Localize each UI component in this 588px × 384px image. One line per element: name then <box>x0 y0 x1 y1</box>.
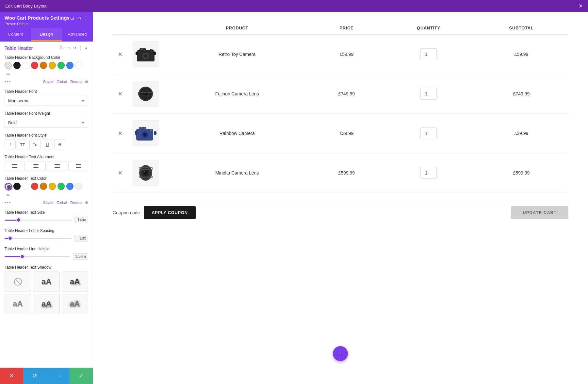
color-swatch-text-green[interactable] <box>57 183 65 190</box>
color-swatch-text-active[interactable] <box>5 183 12 190</box>
shadow-style-2[interactable]: aA <box>62 272 88 292</box>
sidebar-icon-more[interactable]: ⋮ <box>84 15 88 21</box>
subtotal-4: £599.99 <box>474 153 568 193</box>
remove-item-2[interactable]: ✕ <box>118 91 122 97</box>
style-btn-underline[interactable]: U <box>42 140 53 149</box>
quantity-input-4[interactable] <box>420 167 437 179</box>
section-icon-arrow[interactable]: ↖ <box>68 46 71 50</box>
close-icon[interactable]: ✕ <box>579 3 583 9</box>
shadow-style-3[interactable]: aA <box>5 294 31 314</box>
svg-rect-6 <box>153 52 156 55</box>
tab-advanced[interactable]: Advanced <box>62 28 93 41</box>
table-row: ✕ <box>113 74 568 114</box>
color-pen-text-icon[interactable]: ✏ <box>5 192 12 199</box>
svg-line-3 <box>15 279 21 285</box>
section-icon-reset[interactable]: ↺ <box>73 46 76 50</box>
col-quantity: QUANTITY <box>383 22 474 35</box>
letter-spacing-slider[interactable] <box>5 238 72 239</box>
remove-item-1[interactable]: ✕ <box>118 52 122 57</box>
sidebar-tabs: Content Design Advanced <box>0 28 93 42</box>
color-swatch-text-red[interactable] <box>31 183 38 190</box>
svg-rect-22 <box>154 131 156 135</box>
tab-design[interactable]: Design <box>31 28 62 41</box>
align-btn-right[interactable] <box>47 161 67 171</box>
sidebar-preset[interactable]: Preset: Default <box>5 22 88 26</box>
color-swatch-text-light[interactable] <box>75 183 82 190</box>
color-settings-icon[interactable]: ⚙ <box>85 80 88 84</box>
text-size-value: 14px <box>74 217 88 223</box>
color-pen-icon[interactable]: ✏ <box>5 71 12 78</box>
color-recent[interactable]: Recent <box>70 80 82 84</box>
color-saved-text[interactable]: Saved <box>43 201 53 205</box>
shadow-style-1[interactable]: aA <box>33 272 59 292</box>
remove-item-4[interactable]: ✕ <box>118 170 122 176</box>
color-swatch-black[interactable] <box>13 62 21 69</box>
style-btn-strikethrough[interactable]: S <box>54 140 65 149</box>
font-select[interactable]: Montserrat <box>5 96 88 106</box>
confirm-button[interactable]: ✓ <box>70 368 93 384</box>
floating-action-button[interactable]: ··· <box>333 346 348 361</box>
color-swatch-text-black[interactable] <box>13 183 21 190</box>
update-cart-button[interactable]: UPDATE CART <box>511 206 568 219</box>
color-swatch-orange[interactable] <box>40 62 47 69</box>
section-icon-help[interactable]: ? <box>59 46 62 50</box>
sidebar-header-icons: ⊡ ▭ ⋮ <box>70 15 88 21</box>
section-header: Table Header ? □ ↖ ↺ ⋮ ▲ <box>5 45 88 51</box>
style-buttons: I TT Tc U S <box>5 140 88 149</box>
color-global-text[interactable]: Global <box>57 201 67 205</box>
text-color-field: Table Header Text Color <box>5 176 88 205</box>
color-swatch-text-orange[interactable] <box>40 183 47 190</box>
align-btn-left[interactable] <box>5 161 24 171</box>
product-image-3 <box>133 120 159 146</box>
section-icon-copy[interactable]: □ <box>64 46 66 50</box>
sidebar-content: Table Header ? □ ↖ ↺ ⋮ ▲ Table Header Ba… <box>0 42 93 368</box>
style-btn-italic[interactable]: I <box>5 140 16 149</box>
color-dots <box>5 81 10 82</box>
font-weight-select[interactable]: Bold <box>5 118 88 128</box>
bg-color-field: Table Header Background Color ✏ <box>5 55 88 84</box>
shadow-none[interactable] <box>5 272 31 292</box>
remove-item-3[interactable]: ✕ <box>118 131 122 136</box>
top-bar-title: Edit Cart Body Layout <box>5 4 46 8</box>
main-layout: Woo Cart Products Settings ⊡ ▭ ⋮ Preset:… <box>0 12 588 384</box>
align-btn-center[interactable] <box>26 161 46 171</box>
apply-coupon-button[interactable]: APPLY COUPON <box>144 206 195 219</box>
line-height-slider[interactable] <box>5 256 70 257</box>
color-swatch-text-white[interactable] <box>22 183 29 190</box>
svg-point-1 <box>7 185 11 189</box>
color-swatch-text-blue[interactable] <box>66 183 74 190</box>
reset-button[interactable]: ↺ <box>23 368 46 384</box>
color-global[interactable]: Global <box>57 80 67 84</box>
quantity-input-1[interactable] <box>420 48 437 60</box>
text-size-slider[interactable] <box>5 220 72 221</box>
color-settings-text-icon[interactable]: ⚙ <box>85 201 88 205</box>
color-swatch-blue[interactable] <box>66 62 74 69</box>
style-btn-tc[interactable]: Tc <box>29 140 41 149</box>
cancel-button[interactable]: ✕ <box>0 368 23 384</box>
shadow-style-5[interactable]: aA <box>62 294 88 314</box>
letter-spacing-value: 1px <box>74 235 88 242</box>
forward-button[interactable]: → <box>46 368 70 384</box>
shadow-style-4[interactable]: aA <box>33 294 59 314</box>
svg-point-26 <box>144 133 146 136</box>
color-swatch-white[interactable] <box>22 62 29 69</box>
color-saved[interactable]: Saved <box>43 80 53 84</box>
quantity-input-3[interactable] <box>420 127 437 139</box>
tab-content[interactable]: Content <box>0 28 31 41</box>
color-swatch-text-yellow[interactable] <box>49 183 56 190</box>
color-swatch-green[interactable] <box>57 62 65 69</box>
chevron-up-icon[interactable]: ▲ <box>84 46 88 50</box>
subtotal-2: £749.99 <box>474 74 568 114</box>
color-swatch-light[interactable] <box>75 62 82 69</box>
section-icon-ellipsis[interactable]: ⋮ <box>78 46 82 50</box>
sidebar-icon-layout[interactable]: ▭ <box>77 15 81 21</box>
color-swatch-transparent[interactable] <box>5 62 12 69</box>
line-height-label: Table Header Line Height <box>5 247 88 251</box>
style-btn-tt[interactable]: TT <box>17 140 28 149</box>
sidebar-icon-responsive[interactable]: ⊡ <box>70 15 74 21</box>
color-recent-text[interactable]: Recent <box>70 201 82 205</box>
align-btn-justify[interactable] <box>68 161 88 171</box>
color-swatch-yellow[interactable] <box>49 62 56 69</box>
color-swatch-red[interactable] <box>31 62 38 69</box>
quantity-input-2[interactable] <box>420 88 437 100</box>
